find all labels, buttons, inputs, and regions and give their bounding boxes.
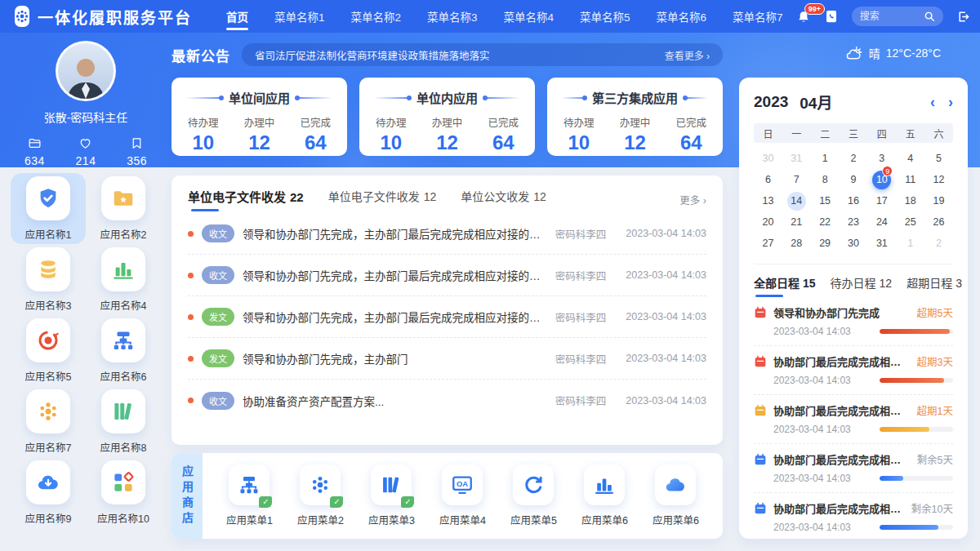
calendar-day[interactable]: 6 xyxy=(754,169,782,190)
calendar-day[interactable]: 30 xyxy=(840,233,868,254)
doc-tab-efile-2[interactable]: 单位电子文件收发12 xyxy=(328,188,437,211)
calendar-day[interactable]: 1 xyxy=(811,148,840,169)
notifications-button[interactable]: 99+ xyxy=(796,9,811,24)
sidebar-app-8[interactable]: 应用名称8 xyxy=(86,386,161,457)
nav-item-3[interactable]: 菜单名称3 xyxy=(414,0,491,33)
stat-done[interactable]: 已完成64 xyxy=(488,114,519,154)
sched-tab-all[interactable]: 全部日程15 xyxy=(754,274,816,297)
calendar-day[interactable]: 29 xyxy=(811,233,840,254)
schedule-item[interactable]: 协助部门最后完成完成相应对接... 超期1天 2023-03-04 14:03 xyxy=(754,395,953,444)
nav-item-home[interactable]: 首页 xyxy=(213,0,261,33)
nav-item-6[interactable]: 菜单名称6 xyxy=(644,0,720,33)
app-store-tab[interactable]: 应用商店 xyxy=(172,453,203,539)
search-icon[interactable] xyxy=(924,11,935,22)
calendar-day[interactable]: 22 xyxy=(811,211,840,233)
schedule-item[interactable]: 领导和协办部门先完成 超期5天 2023-03-04 14:03 xyxy=(754,297,953,346)
sidebar-app-9[interactable]: 应用名称9 xyxy=(11,457,86,528)
sidebar-app-7[interactable]: 应用名称7 xyxy=(11,386,86,457)
doc-row[interactable]: 收文 领导和协办部门先完成，主办部门最后完成完成相应对接的指示任务办件... 密… xyxy=(188,213,706,255)
calendar-day[interactable]: 9 xyxy=(840,169,868,190)
calendar-day[interactable]: 2 xyxy=(924,233,953,254)
calendar-day[interactable]: 18 xyxy=(896,190,924,211)
doc-row[interactable]: 收文 领导和协办部门先完成，主办部门最后完成完成相应对接的指示任务办件，请示文 … xyxy=(188,255,706,296)
nav-item-7[interactable]: 菜单名称7 xyxy=(719,0,796,33)
stat-pending[interactable]: 待办理10 xyxy=(188,114,219,154)
nav-item-2[interactable]: 菜单名称2 xyxy=(338,0,415,33)
calendar-day[interactable]: 11 xyxy=(896,169,924,190)
calendar-day[interactable]: 24 xyxy=(867,211,896,233)
calendar-day[interactable]: 20 xyxy=(754,211,782,233)
calendar-next-icon[interactable]: › xyxy=(948,95,953,109)
store-app-7[interactable]: 应用菜单6 xyxy=(653,464,699,527)
calendar-day[interactable]: 12 xyxy=(924,169,953,190)
doc-row[interactable]: 发文 领导和协办部门先完成，主办部门最后完成完成相应对接的指示任务办件，请示文 … xyxy=(188,296,706,338)
search-input[interactable] xyxy=(860,11,924,22)
stat-pending[interactable]: 待办理10 xyxy=(564,114,595,154)
calendar-day[interactable]: 21 xyxy=(782,211,811,233)
announcement-item[interactable]: 省司法厅促进法制化营商环境建设政策措施落地落实 查看更多 › xyxy=(242,43,723,66)
calendar-day[interactable]: 15 xyxy=(811,190,840,211)
calendar-day[interactable]: 31 xyxy=(782,148,811,169)
calendar-day[interactable]: 2 xyxy=(840,148,868,169)
calendar-day[interactable]: 27 xyxy=(754,233,782,254)
schedule-item[interactable]: 协助部门最后完成完成相应对接... 超期3天 2023-03-04 14:03 xyxy=(754,346,953,395)
calendar-day[interactable]: 23 xyxy=(840,211,868,233)
nav-item-4[interactable]: 菜单名称4 xyxy=(491,0,568,33)
calendar-day[interactable]: 19 xyxy=(924,190,953,211)
calendar-day[interactable]: 4 xyxy=(896,148,924,169)
calendar-day[interactable]: 26 xyxy=(924,211,953,233)
announcement-more-link[interactable]: 查看更多 › xyxy=(665,48,710,62)
store-app-3[interactable]: ✓ 应用菜单3 xyxy=(368,464,415,527)
calendar-day-today[interactable]: 14 xyxy=(782,190,811,211)
stat-processing[interactable]: 办理中12 xyxy=(620,114,651,154)
calendar-day[interactable]: 7 xyxy=(782,169,811,190)
calendar-day[interactable]: 16 xyxy=(840,190,868,211)
sidebar-app-3[interactable]: 应用名称3 xyxy=(11,244,86,315)
avatar[interactable] xyxy=(56,41,116,101)
sidebar-app-10[interactable]: 应用名称10 xyxy=(86,457,161,528)
stat-done[interactable]: 已完成64 xyxy=(300,114,331,154)
doc-tab-official[interactable]: 单位公文收发12 xyxy=(461,188,546,211)
sidebar-app-4[interactable]: 应用名称4 xyxy=(86,244,161,315)
nav-item-1[interactable]: 菜单名称1 xyxy=(261,0,338,33)
sidebar-app-5[interactable]: 应用名称5 xyxy=(11,315,86,386)
calendar-day-selected[interactable]: 109 xyxy=(867,169,896,190)
doc-row[interactable]: 发文 领导和协办部门先完成，主办部门 密码科李四 2023-03-04 14:0… xyxy=(188,338,706,380)
store-app-5[interactable]: 应用菜单5 xyxy=(510,464,557,527)
sidebar-app-1[interactable]: 应用名称1 xyxy=(11,173,86,244)
calendar-day[interactable]: 3 xyxy=(867,148,896,169)
profile-stat-files[interactable]: 634 xyxy=(24,136,45,167)
stat-processing[interactable]: 办理中12 xyxy=(432,114,463,154)
sched-tab-todo[interactable]: 待办日程12 xyxy=(831,274,893,297)
doc-row[interactable]: 收文 协助准备资产资产配置方案... 密码科李四 2023-03-04 14:0… xyxy=(188,380,706,421)
calendar-day[interactable]: 30 xyxy=(754,148,782,169)
calendar-prev-icon[interactable]: ‹ xyxy=(930,95,935,109)
sidebar-app-6[interactable]: 应用名称6 xyxy=(86,315,161,386)
calendar-day[interactable]: 28 xyxy=(782,233,811,254)
store-app-2[interactable]: ✓ 应用菜单2 xyxy=(297,464,344,527)
calendar-day[interactable]: 5 xyxy=(924,148,953,169)
calendar-day[interactable]: 8 xyxy=(811,169,840,190)
stat-done[interactable]: 已完成64 xyxy=(675,114,706,154)
schedule-item[interactable]: 协助部门最后完成完成相应对接... 剩余5天 2023-03-04 14:03 xyxy=(754,444,953,493)
schedule-item[interactable]: 协助部门最后完成完成相应对接... 剩余10天 2023-03-04 14:03 xyxy=(754,493,953,541)
calendar-day[interactable]: 17 xyxy=(867,190,896,211)
profile-stat-favorites[interactable]: 214 xyxy=(76,136,96,167)
store-app-6[interactable]: 应用菜单6 xyxy=(581,464,628,527)
nav-item-5[interactable]: 菜单名称5 xyxy=(567,0,644,33)
calendar-day[interactable]: 1 xyxy=(896,233,924,254)
doc-tab-efile-1[interactable]: 单位电子文件收发22 xyxy=(188,188,304,211)
stat-processing[interactable]: 办理中12 xyxy=(244,114,275,154)
contact-book-button[interactable] xyxy=(824,9,839,24)
calendar-day[interactable]: 25 xyxy=(896,211,924,233)
logout-button[interactable] xyxy=(956,10,970,24)
calendar-day[interactable]: 13 xyxy=(754,190,782,211)
stat-pending[interactable]: 待办理10 xyxy=(376,114,407,154)
doc-more-link[interactable]: 更多 › xyxy=(679,192,706,207)
profile-stat-bookmarks[interactable]: 356 xyxy=(127,136,147,167)
sched-tab-overdue[interactable]: 超期日程3 xyxy=(906,274,962,297)
sidebar-app-2[interactable]: 应用名称2 xyxy=(86,173,161,244)
store-app-4[interactable]: OA 应用菜单4 xyxy=(439,464,486,527)
store-app-1[interactable]: ✓ 应用菜单1 xyxy=(226,464,273,527)
calendar-day[interactable]: 31 xyxy=(867,233,896,254)
